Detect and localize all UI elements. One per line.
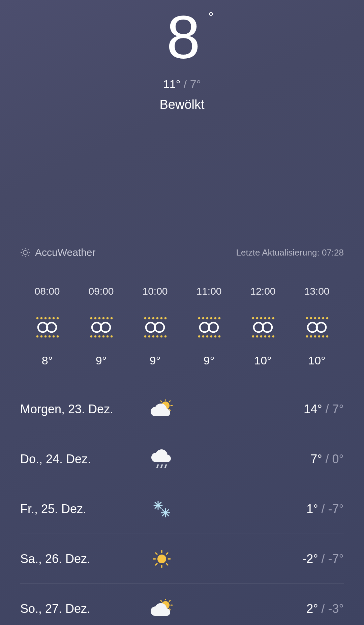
- day-label: Sa., 26. Dez.: [20, 552, 142, 566]
- svg-point-19: [44, 335, 47, 337]
- cloudy-icon: [304, 316, 330, 340]
- svg-point-34: [102, 335, 104, 337]
- svg-point-25: [98, 317, 100, 319]
- svg-point-54: [210, 317, 212, 319]
- svg-point-35: [107, 335, 109, 337]
- hour-time: 09:00: [88, 286, 114, 297]
- svg-point-21: [53, 335, 55, 337]
- svg-point-10: [40, 317, 42, 319]
- svg-point-81: [314, 317, 316, 319]
- cloudy-icon: [88, 316, 114, 340]
- day-sep: /: [318, 502, 328, 516]
- provider[interactable]: AccuWeather: [20, 247, 96, 258]
- day-temps: 1° / -7°: [182, 502, 344, 516]
- svg-point-78: [272, 335, 274, 337]
- cloudy-icon: [34, 316, 60, 340]
- svg-point-26: [102, 317, 104, 319]
- hour-column[interactable]: 12:00 10°: [236, 286, 290, 367]
- current-condition: Bewölkt: [159, 97, 204, 112]
- day-row[interactable]: So., 27. Dez. 2° / -3°: [20, 584, 344, 625]
- svg-point-59: [198, 335, 200, 337]
- svg-point-53: [206, 317, 208, 319]
- svg-point-46: [148, 335, 150, 337]
- svg-line-5: [22, 249, 23, 250]
- svg-point-73: [252, 335, 254, 337]
- svg-point-20: [49, 335, 51, 337]
- day-low: 0°: [332, 452, 344, 466]
- svg-point-89: [314, 335, 316, 337]
- hourly-forecast[interactable]: 08:00 8°09:00 9°10:00: [0, 265, 364, 384]
- today-high: 11°: [163, 78, 180, 90]
- svg-line-118: [166, 553, 168, 554]
- svg-line-117: [156, 564, 157, 565]
- svg-point-52: [202, 317, 204, 319]
- hour-column[interactable]: 13:00 10°: [290, 286, 344, 367]
- day-label: Fr., 25. Dez.: [20, 502, 142, 516]
- svg-line-97: [169, 409, 170, 410]
- provider-sun-icon: [20, 247, 30, 258]
- svg-point-91: [322, 335, 324, 337]
- hour-time: 12:00: [250, 286, 275, 297]
- svg-point-18: [40, 335, 42, 337]
- svg-point-27: [107, 317, 109, 319]
- svg-line-116: [166, 564, 168, 565]
- hour-time: 11:00: [196, 286, 221, 297]
- svg-point-64: [218, 335, 220, 337]
- svg-point-87: [306, 335, 308, 337]
- svg-point-56: [218, 317, 220, 319]
- svg-point-28: [111, 317, 113, 319]
- day-high: 2°: [306, 602, 318, 616]
- svg-point-70: [272, 317, 274, 319]
- svg-point-88: [310, 335, 312, 337]
- svg-point-11: [44, 317, 47, 319]
- svg-point-62: [210, 335, 212, 337]
- day-row[interactable]: Morgen, 23. Dez. 14° / 7°: [20, 384, 344, 434]
- svg-line-115: [156, 553, 157, 554]
- cloudy-icon: [250, 316, 276, 340]
- svg-point-76: [264, 335, 266, 337]
- svg-point-61: [206, 335, 208, 337]
- day-temps: 2° / -3°: [182, 602, 344, 616]
- daily-forecast[interactable]: Morgen, 23. Dez. 14° / 7°Do., 24. Dez. 7…: [0, 384, 364, 625]
- day-row[interactable]: Sa., 26. Dez. -2° / -7°: [20, 534, 344, 584]
- day-high: 14°: [304, 402, 322, 416]
- svg-point-84: [326, 317, 328, 319]
- svg-line-8: [28, 249, 29, 250]
- hour-time: 08:00: [34, 286, 60, 297]
- day-row[interactable]: Do., 24. Dez. 7° / 0°: [20, 434, 344, 484]
- svg-point-13: [53, 317, 55, 319]
- hour-column[interactable]: 10:00 9°: [128, 286, 182, 367]
- svg-point-90: [318, 335, 320, 337]
- svg-point-110: [157, 555, 166, 563]
- svg-point-67: [260, 317, 262, 319]
- svg-point-49: [160, 335, 162, 337]
- day-low: -7°: [328, 552, 344, 566]
- svg-point-36: [111, 335, 113, 337]
- provider-row: AccuWeather Letzte Aktualisierung: 07:28: [0, 247, 364, 265]
- svg-point-92: [326, 335, 328, 337]
- degree-symbol: °: [208, 10, 211, 24]
- svg-point-69: [268, 317, 270, 319]
- svg-line-100: [161, 465, 162, 468]
- svg-line-122: [169, 600, 170, 601]
- day-low: -7°: [328, 502, 344, 516]
- hour-column[interactable]: 09:00 9°: [74, 286, 128, 367]
- day-high: 1°: [306, 502, 318, 516]
- svg-point-32: [94, 335, 96, 337]
- hour-column[interactable]: 11:00 9°: [182, 286, 236, 367]
- hour-column[interactable]: 08:00 8°: [20, 286, 74, 367]
- svg-line-101: [165, 465, 166, 468]
- svg-point-42: [164, 317, 166, 319]
- today-low: 7°: [190, 78, 201, 90]
- rain-icon: [142, 449, 182, 470]
- svg-point-50: [164, 335, 166, 337]
- day-row[interactable]: Fr., 25. Dez. 1° / -7°: [20, 484, 344, 534]
- svg-point-31: [90, 335, 92, 337]
- svg-line-96: [169, 401, 170, 402]
- hour-time: 13:00: [304, 286, 329, 297]
- cloudy-icon: [196, 316, 222, 340]
- svg-point-0: [23, 250, 28, 255]
- svg-point-38: [148, 317, 150, 319]
- svg-point-60: [202, 335, 204, 337]
- svg-point-33: [98, 335, 100, 337]
